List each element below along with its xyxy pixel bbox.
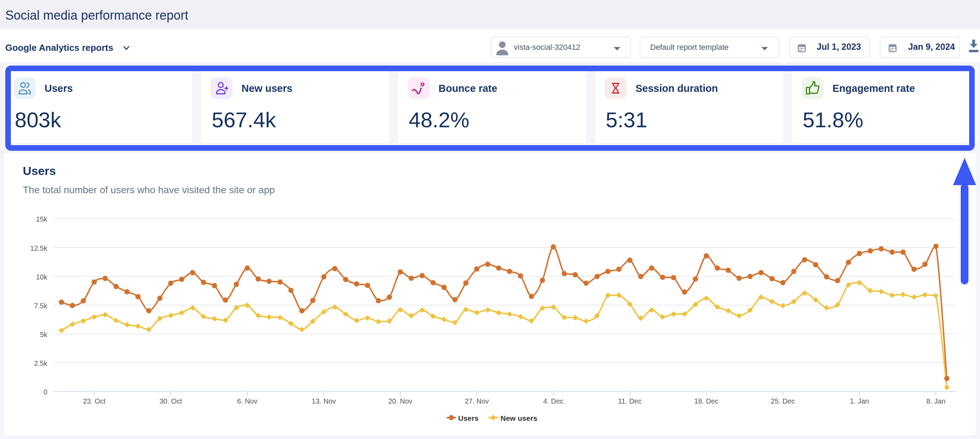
svg-text:12.5k: 12.5k xyxy=(30,244,48,252)
svg-text:Users: Users xyxy=(458,414,479,422)
svg-text:New users: New users xyxy=(501,414,537,422)
svg-text:23. Oct: 23. Oct xyxy=(83,397,106,405)
svg-text:10k: 10k xyxy=(36,273,48,281)
svg-text:11. Dec: 11. Dec xyxy=(618,397,641,405)
svg-text:13. Nov: 13. Nov xyxy=(312,397,336,405)
svg-text:7.5k: 7.5k xyxy=(34,302,48,310)
svg-text:15k: 15k xyxy=(36,215,48,223)
svg-text:27. Nov: 27. Nov xyxy=(465,397,489,405)
svg-text:25. Dec: 25. Dec xyxy=(771,397,795,405)
svg-text:20. Nov: 20. Nov xyxy=(388,397,412,405)
svg-text:8. Jan: 8. Jan xyxy=(926,397,945,405)
svg-text:1. Jan: 1. Jan xyxy=(850,397,869,405)
svg-text:30. Oct: 30. Oct xyxy=(159,397,182,405)
svg-text:5k: 5k xyxy=(40,330,48,338)
svg-text:18. Dec: 18. Dec xyxy=(694,397,719,405)
svg-text:4. Dec: 4. Dec xyxy=(543,397,563,405)
svg-text:2.5k: 2.5k xyxy=(34,359,48,367)
svg-text:6. Nov: 6. Nov xyxy=(237,397,258,405)
svg-text:0: 0 xyxy=(43,388,47,396)
